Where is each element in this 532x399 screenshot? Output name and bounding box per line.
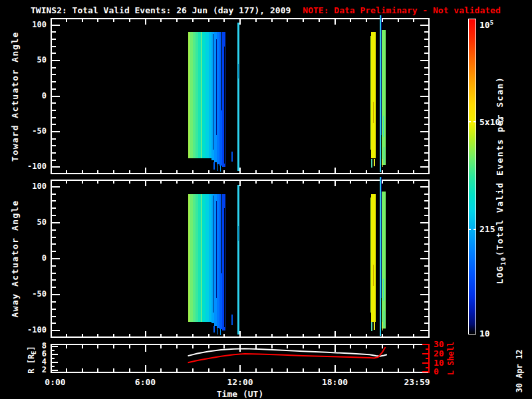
line-series-layer: [0, 0, 532, 399]
colorbar-tick-label: 10: [479, 329, 490, 338]
colorbar-tick: [468, 121, 471, 122]
colorbar-tick-label: 105: [479, 19, 493, 30]
colorbar-tick: [473, 229, 476, 230]
colorbar-title: LOG10(Total Valid Events per Scan): [495, 76, 507, 283]
colorbar: [468, 19, 476, 334]
colorbar-tick: [468, 229, 471, 230]
colorbar-tick-label: 215: [479, 224, 495, 234]
date-watermark: 30 Apr 12: [515, 349, 524, 392]
plot-canvas: TWINS2: Total Valid Events: 26 Jun (day …: [0, 0, 532, 399]
colorbar-tick: [473, 121, 476, 122]
series-l-shell: [188, 347, 386, 362]
